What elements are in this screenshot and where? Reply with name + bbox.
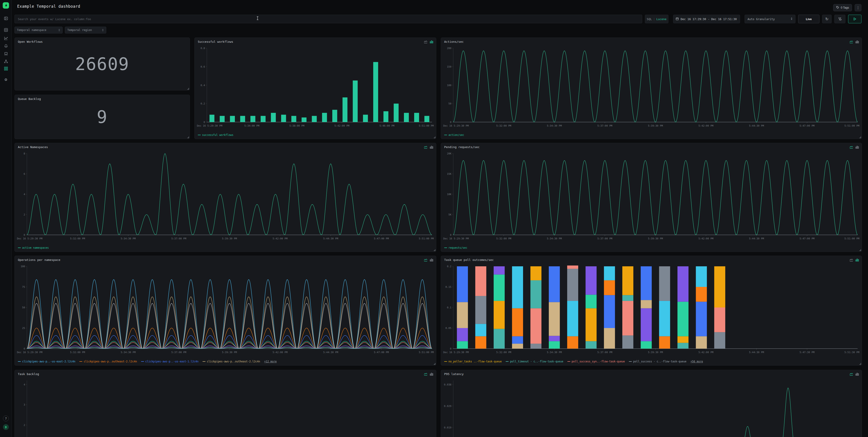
bar-chart-toggle-icon[interactable] xyxy=(855,258,859,262)
bar-chart-toggle-icon[interactable] xyxy=(430,145,433,150)
svg-text:5K: 5K xyxy=(448,213,452,216)
resize-handle[interactable] xyxy=(434,249,435,251)
svg-text:5:32:00 PM: 5:32:00 PM xyxy=(496,351,512,354)
user-avatar[interactable]: D xyxy=(3,424,9,430)
line-chart-toggle-icon[interactable] xyxy=(424,145,428,150)
panel-title: Queue Backlog xyxy=(18,97,41,101)
line-chart[interactable]: 432 xyxy=(17,378,434,437)
svg-text:0.038: 0.038 xyxy=(444,383,452,386)
bar-chart-toggle-icon[interactable] xyxy=(430,258,433,262)
filter-temporal-namespace[interactable]: Temporal namespace xyxy=(14,27,63,33)
granularity-select[interactable]: Auto Granularity xyxy=(745,15,796,23)
line-chart-toggle-icon[interactable] xyxy=(849,40,853,44)
run-query-button[interactable] xyxy=(848,15,862,23)
query-mode-toggle[interactable]: SQL | Lucene xyxy=(645,15,669,23)
filter-config-button[interactable] xyxy=(834,15,845,23)
resize-handle[interactable] xyxy=(434,363,435,365)
line-chart-toggle-icon[interactable] xyxy=(849,145,853,150)
line-chart-toggle-icon[interactable] xyxy=(849,372,853,377)
panel-operations-per-namespace: Operations per namespace 0255075100Dec 1… xyxy=(14,256,436,366)
bar-chart-toggle-icon[interactable] xyxy=(855,40,859,44)
line-chart-toggle-icon[interactable] xyxy=(424,258,428,262)
line-chart[interactable]: 0.0380.0290.019 xyxy=(443,378,860,437)
legend-item[interactable]: no_poller_tasks ..-flow-task-queue xyxy=(444,360,502,363)
svg-text:4: 4 xyxy=(24,383,25,386)
line-chart-toggle-icon[interactable] xyxy=(849,258,853,262)
alerts-bell-icon[interactable] xyxy=(3,43,8,49)
chart-legend[interactable]: action/sec xyxy=(444,133,464,136)
bar-chart-toggle-icon[interactable] xyxy=(855,145,859,150)
svg-text:0.15: 0.15 xyxy=(445,285,452,288)
tags-button[interactable]: 0 Tags xyxy=(833,4,852,11)
sidebar-collapse-icon[interactable] xyxy=(3,16,8,21)
legend-item[interactable]: active namespaces xyxy=(18,246,49,249)
mode-lucene[interactable]: Lucene xyxy=(656,18,666,21)
select-chevrons-icon xyxy=(791,18,793,21)
stacked-bar-chart[interactable]: 00.050.10.150.2Dec 16 5:29:30 PM5:32:00 … xyxy=(443,264,860,355)
line-chart[interactable]: 05K10K15K20KDec 16 5:29:30 PM5:32:00 PM5… xyxy=(443,151,860,242)
help-button[interactable]: ? xyxy=(3,415,9,422)
svg-text:5:51:00 PM: 5:51:00 PM xyxy=(419,237,434,240)
chart-legend[interactable]: requests/sec xyxy=(444,246,467,249)
line-chart-toggle-icon[interactable] xyxy=(424,372,428,377)
views-icon[interactable] xyxy=(3,27,8,32)
resize-handle[interactable] xyxy=(860,136,861,138)
chart-legend[interactable]: no_poller_tasks ..-flow-task-queuepoll_t… xyxy=(444,360,703,363)
line-chart[interactable]: 02468Dec 16 5:29:30 PM5:32:00 PM5:34:30 … xyxy=(17,151,434,242)
bar-chart-toggle-icon[interactable] xyxy=(430,40,433,44)
svg-text:5:47:00 PM: 5:47:00 PM xyxy=(374,237,389,240)
chart-legend[interactable]: successful workflows xyxy=(198,133,233,136)
resize-handle[interactable] xyxy=(187,136,189,138)
svg-text:0: 0 xyxy=(204,121,205,124)
svg-text:100: 100 xyxy=(21,265,25,268)
hosts-icon[interactable] xyxy=(3,51,8,56)
legend-item[interactable]: poll_success · c..-flow-task-queue xyxy=(629,360,686,363)
refresh-button[interactable]: ↻ xyxy=(822,15,832,23)
svg-text:5:51:00 PM: 5:51:00 PM xyxy=(844,237,860,240)
time-range-picker[interactable]: Dec 16 17:29:30 - Dec 16 17:51:30 xyxy=(673,15,740,23)
legend-more-link[interactable]: +12 more xyxy=(264,360,277,363)
explorer-icon[interactable] xyxy=(3,36,8,41)
dashboards-icon[interactable] xyxy=(3,66,8,71)
panel-title: Open Workflows xyxy=(18,40,43,43)
bar-chart-toggle-icon[interactable] xyxy=(430,372,433,377)
svg-text:5:44:30 PM: 5:44:30 PM xyxy=(323,237,338,240)
legend-item[interactable]: poll_success_syn..-flow-task-queue xyxy=(567,360,625,363)
calendar-icon xyxy=(676,17,679,21)
more-options-kebab-icon[interactable]: ⋮ xyxy=(855,4,862,11)
search-input[interactable] xyxy=(14,15,642,23)
service-map-icon[interactable] xyxy=(3,59,8,64)
legend-item[interactable]: successful workflows xyxy=(198,133,233,136)
panel-active-namespaces: Active Namespaces 02468Dec 16 5:29:30 PM… xyxy=(14,143,436,252)
multi-line-chart[interactable]: 0255075100Dec 16 5:29:30 PM5:32:00 PM5:3… xyxy=(17,264,434,355)
resize-handle[interactable] xyxy=(860,249,861,251)
svg-text:5:37:00 PM: 5:37:00 PM xyxy=(171,351,186,354)
svg-text:5:51:00 PM: 5:51:00 PM xyxy=(419,351,434,354)
sidebar: ⚙ ? D xyxy=(0,0,12,437)
line-chart-toggle-icon[interactable] xyxy=(424,40,428,44)
svg-text:0.029: 0.029 xyxy=(444,405,452,408)
svg-text:5:39:30 PM: 5:39:30 PM xyxy=(648,124,663,127)
legend-item[interactable]: poll_timeout · c..-flow-task-queue xyxy=(506,360,563,363)
legend-item[interactable]: clickpipes-aws-p..outheast-2.l2c4n xyxy=(203,360,260,363)
settings-gear-icon[interactable]: ⚙ xyxy=(3,77,8,82)
legend-item[interactable]: action/sec xyxy=(444,133,464,136)
legend-item[interactable]: clickpipes-aws-p..-us-east-1.l2c4n xyxy=(141,360,198,363)
filter-temporal-region[interactable]: Temporal region xyxy=(65,27,106,33)
mode-sql[interactable]: SQL xyxy=(647,18,652,21)
legend-item[interactable]: clickpipes-aws-p..outheast-2.l2c4n xyxy=(79,360,137,363)
bar-chart-toggle-icon[interactable] xyxy=(855,372,859,377)
resize-handle[interactable] xyxy=(187,88,189,90)
bar-chart[interactable]: 00.20.40.60.8Dec 16 5:29:30 PM5:34:00 PM… xyxy=(196,46,434,129)
svg-text:5:39:30 PM: 5:39:30 PM xyxy=(222,351,237,354)
legend-item[interactable]: requests/sec xyxy=(444,246,467,249)
chart-legend[interactable]: clickpipes-aws-p..-us-east-2.l2c4nclickp… xyxy=(18,360,277,363)
resize-handle[interactable] xyxy=(860,363,861,365)
resize-handle[interactable] xyxy=(434,136,435,138)
legend-item[interactable]: clickpipes-aws-p..-us-east-2.l2c4n xyxy=(18,360,75,363)
app-logo-icon[interactable] xyxy=(3,2,9,8)
live-button[interactable]: Live xyxy=(798,15,819,23)
line-chart[interactable]: 050100150200Dec 16 5:29:30 PM5:32:00 PM5… xyxy=(443,46,860,129)
chart-legend[interactable]: active namespaces xyxy=(18,246,49,249)
legend-more-link[interactable]: +56 more xyxy=(690,360,703,363)
